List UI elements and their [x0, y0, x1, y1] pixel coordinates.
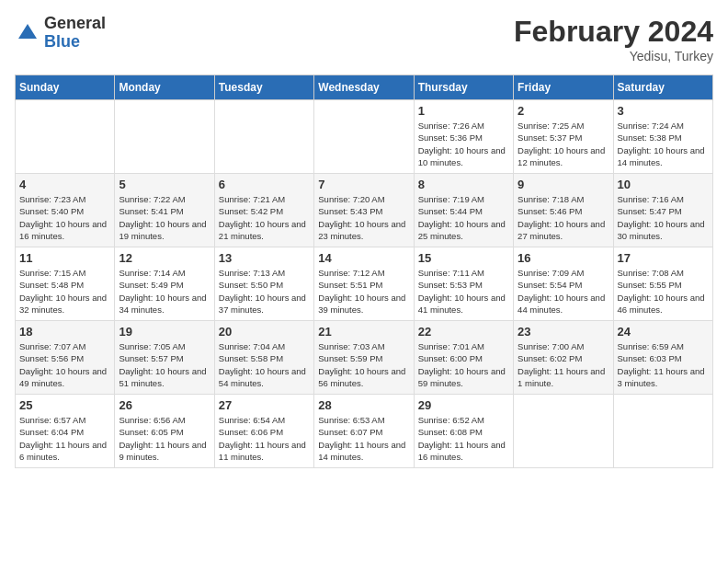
day-number: 21	[318, 325, 409, 339]
day-number: 12	[119, 251, 210, 265]
title-area: February 2024 Yedisu, Turkey	[514, 15, 713, 63]
day-info: Sunrise: 6:53 AMSunset: 6:07 PMDaylight:…	[318, 414, 409, 463]
day-number: 4	[19, 178, 110, 191]
calendar-cell: 24Sunrise: 6:59 AMSunset: 6:03 PMDayligh…	[613, 321, 712, 395]
calendar-cell: 20Sunrise: 7:04 AMSunset: 5:58 PMDayligh…	[214, 321, 313, 395]
month-title: February 2024	[514, 15, 713, 49]
calendar-cell: 9Sunrise: 7:18 AMSunset: 5:46 PMDaylight…	[514, 174, 613, 247]
calendar-week-4: 18Sunrise: 7:07 AMSunset: 5:56 PMDayligh…	[16, 321, 713, 395]
day-number: 28	[318, 398, 409, 412]
logo-blue: Blue	[44, 33, 106, 52]
calendar-cell: 13Sunrise: 7:13 AMSunset: 5:50 PMDayligh…	[214, 247, 313, 321]
calendar-cell: 25Sunrise: 6:57 AMSunset: 6:04 PMDayligh…	[16, 395, 115, 468]
day-info: Sunrise: 7:08 AMSunset: 5:55 PMDaylight:…	[618, 267, 709, 316]
calendar-cell	[314, 100, 414, 174]
page-header: General Blue February 2024 Yedisu, Turke…	[15, 15, 713, 63]
day-number: 17	[618, 251, 709, 265]
day-number: 10	[618, 178, 709, 191]
day-number: 24	[618, 325, 709, 339]
day-info: Sunrise: 7:13 AMSunset: 5:50 PMDaylight:…	[219, 267, 310, 316]
location-subtitle: Yedisu, Turkey	[514, 49, 713, 63]
header-thursday: Thursday	[414, 75, 513, 100]
header-friday: Friday	[514, 75, 613, 100]
calendar-cell: 1Sunrise: 7:26 AMSunset: 5:36 PMDaylight…	[414, 100, 513, 174]
day-info: Sunrise: 7:21 AMSunset: 5:42 PMDaylight:…	[219, 193, 310, 242]
calendar-week-1: 1Sunrise: 7:26 AMSunset: 5:36 PMDaylight…	[16, 100, 713, 174]
day-info: Sunrise: 7:25 AMSunset: 5:37 PMDaylight:…	[518, 120, 609, 168]
day-number: 18	[19, 325, 110, 339]
calendar-cell: 18Sunrise: 7:07 AMSunset: 5:56 PMDayligh…	[16, 321, 115, 395]
day-number: 22	[418, 325, 509, 339]
day-number: 11	[19, 251, 110, 265]
header-row: Sunday Monday Tuesday Wednesday Thursday…	[16, 75, 713, 100]
calendar-cell: 26Sunrise: 6:56 AMSunset: 6:05 PMDayligh…	[115, 395, 214, 468]
day-number: 19	[119, 325, 210, 339]
calendar-cell: 14Sunrise: 7:12 AMSunset: 5:51 PMDayligh…	[314, 247, 414, 321]
calendar-cell: 6Sunrise: 7:21 AMSunset: 5:42 PMDaylight…	[214, 174, 313, 247]
header-sunday: Sunday	[16, 75, 115, 100]
day-number: 13	[219, 251, 310, 265]
day-number: 7	[318, 178, 409, 191]
calendar-header: Sunday Monday Tuesday Wednesday Thursday…	[16, 75, 713, 100]
day-info: Sunrise: 7:05 AMSunset: 5:57 PMDaylight:…	[119, 340, 210, 389]
day-info: Sunrise: 7:22 AMSunset: 5:41 PMDaylight:…	[119, 193, 210, 242]
day-info: Sunrise: 7:11 AMSunset: 5:53 PMDaylight:…	[418, 267, 509, 316]
calendar-cell: 4Sunrise: 7:23 AMSunset: 5:40 PMDaylight…	[16, 174, 115, 247]
day-number: 27	[219, 398, 310, 412]
day-info: Sunrise: 7:24 AMSunset: 5:38 PMDaylight:…	[618, 120, 709, 168]
day-number: 14	[318, 251, 409, 265]
day-number: 5	[119, 178, 210, 191]
calendar-cell: 12Sunrise: 7:14 AMSunset: 5:49 PMDayligh…	[115, 247, 214, 321]
day-info: Sunrise: 7:26 AMSunset: 5:36 PMDaylight:…	[418, 120, 509, 168]
calendar-cell: 11Sunrise: 7:15 AMSunset: 5:48 PMDayligh…	[16, 247, 115, 321]
calendar-cell	[214, 100, 313, 174]
day-number: 2	[518, 104, 609, 118]
calendar-body: 1Sunrise: 7:26 AMSunset: 5:36 PMDaylight…	[16, 100, 713, 468]
day-number: 6	[219, 178, 310, 191]
calendar-week-5: 25Sunrise: 6:57 AMSunset: 6:04 PMDayligh…	[16, 395, 713, 468]
calendar-cell: 10Sunrise: 7:16 AMSunset: 5:47 PMDayligh…	[613, 174, 712, 247]
calendar-cell	[115, 100, 214, 174]
header-monday: Monday	[115, 75, 214, 100]
header-tuesday: Tuesday	[214, 75, 313, 100]
calendar-cell: 17Sunrise: 7:08 AMSunset: 5:55 PMDayligh…	[613, 247, 712, 321]
calendar-cell: 27Sunrise: 6:54 AMSunset: 6:06 PMDayligh…	[214, 395, 313, 468]
calendar-cell: 29Sunrise: 6:52 AMSunset: 6:08 PMDayligh…	[414, 395, 513, 468]
day-number: 20	[219, 325, 310, 339]
day-info: Sunrise: 7:15 AMSunset: 5:48 PMDaylight:…	[19, 267, 110, 316]
day-info: Sunrise: 7:03 AMSunset: 5:59 PMDaylight:…	[318, 340, 409, 389]
calendar-cell: 22Sunrise: 7:01 AMSunset: 6:00 PMDayligh…	[414, 321, 513, 395]
logo: General Blue	[15, 15, 106, 52]
day-info: Sunrise: 7:14 AMSunset: 5:49 PMDaylight:…	[119, 267, 210, 316]
calendar-cell: 3Sunrise: 7:24 AMSunset: 5:38 PMDaylight…	[613, 100, 712, 174]
calendar-cell: 7Sunrise: 7:20 AMSunset: 5:43 PMDaylight…	[314, 174, 414, 247]
day-info: Sunrise: 7:00 AMSunset: 6:02 PMDaylight:…	[518, 340, 609, 389]
day-info: Sunrise: 7:04 AMSunset: 5:58 PMDaylight:…	[219, 340, 310, 389]
day-number: 1	[418, 104, 509, 118]
calendar-cell: 15Sunrise: 7:11 AMSunset: 5:53 PMDayligh…	[414, 247, 513, 321]
day-number: 15	[418, 251, 509, 265]
day-info: Sunrise: 6:59 AMSunset: 6:03 PMDaylight:…	[618, 340, 709, 389]
day-number: 25	[19, 398, 110, 412]
calendar-table: Sunday Monday Tuesday Wednesday Thursday…	[15, 75, 713, 468]
calendar-cell: 28Sunrise: 6:53 AMSunset: 6:07 PMDayligh…	[314, 395, 414, 468]
calendar-cell: 2Sunrise: 7:25 AMSunset: 5:37 PMDaylight…	[514, 100, 613, 174]
calendar-week-3: 11Sunrise: 7:15 AMSunset: 5:48 PMDayligh…	[16, 247, 713, 321]
day-info: Sunrise: 6:52 AMSunset: 6:08 PMDaylight:…	[418, 414, 509, 463]
calendar-cell: 19Sunrise: 7:05 AMSunset: 5:57 PMDayligh…	[115, 321, 214, 395]
svg-marker-0	[18, 24, 37, 39]
calendar-cell	[514, 395, 613, 468]
calendar-cell: 5Sunrise: 7:22 AMSunset: 5:41 PMDaylight…	[115, 174, 214, 247]
day-info: Sunrise: 6:57 AMSunset: 6:04 PMDaylight:…	[19, 414, 110, 463]
calendar-cell: 21Sunrise: 7:03 AMSunset: 5:59 PMDayligh…	[314, 321, 414, 395]
calendar-cell: 23Sunrise: 7:00 AMSunset: 6:02 PMDayligh…	[514, 321, 613, 395]
calendar-cell	[613, 395, 712, 468]
logo-general: General	[44, 15, 106, 33]
calendar-cell: 16Sunrise: 7:09 AMSunset: 5:54 PMDayligh…	[514, 247, 613, 321]
day-info: Sunrise: 7:19 AMSunset: 5:44 PMDaylight:…	[418, 193, 509, 242]
day-number: 8	[418, 178, 509, 191]
day-info: Sunrise: 7:12 AMSunset: 5:51 PMDaylight:…	[318, 267, 409, 316]
day-number: 3	[618, 104, 709, 118]
day-number: 26	[119, 398, 210, 412]
day-info: Sunrise: 6:54 AMSunset: 6:06 PMDaylight:…	[219, 414, 310, 463]
